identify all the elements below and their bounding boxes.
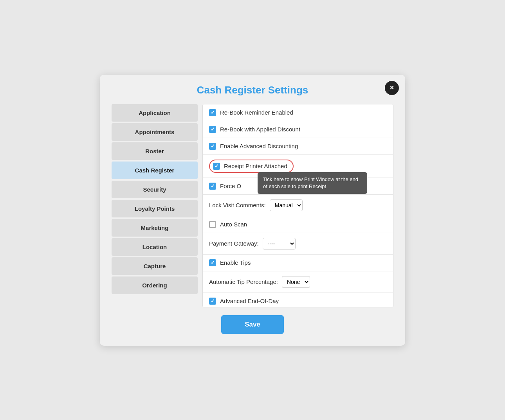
checkmark-icon: ✓: [211, 260, 215, 266]
enable-tips-checkbox[interactable]: ✓: [209, 259, 216, 266]
sidebar-item-loyalty-points[interactable]: Loyalty Points: [112, 200, 198, 217]
rebook-discount-row: ✓ Re-Book with Applied Discount: [203, 121, 393, 138]
lock-visit-container: Lock Visit Comments: Manual Auto None: [209, 199, 303, 211]
page-title: Cash Register Settings: [112, 84, 393, 96]
tooltip-text: Tick here to show Print Window at the en…: [263, 176, 358, 189]
sidebar-item-roster[interactable]: Roster: [112, 142, 198, 160]
save-button[interactable]: Save: [221, 315, 284, 334]
advanced-eod-label: Advanced End-Of-Day: [220, 298, 279, 304]
sidebar: Application Appointments Roster Cash Reg…: [112, 104, 198, 307]
enable-tips-row: ✓ Enable Tips: [203, 255, 393, 271]
auto-tip-select[interactable]: None 10% 15% 20%: [282, 276, 310, 288]
auto-scan-checkbox[interactable]: [209, 221, 216, 228]
sidebar-item-capture[interactable]: Capture: [112, 257, 198, 275]
checkmark-icon: ✓: [211, 109, 215, 115]
auto-scan-row: Auto Scan: [203, 216, 393, 233]
sidebar-item-security[interactable]: Security: [112, 181, 198, 198]
sidebar-item-application[interactable]: Application: [112, 104, 198, 122]
rebook-reminder-checkbox[interactable]: ✓: [209, 109, 216, 116]
payment-gateway-label: Payment Gateway:: [209, 240, 259, 247]
sidebar-item-appointments[interactable]: Appointments: [112, 123, 198, 141]
main-panel: ✓ Re-Book Reminder Enabled ✓ Re-Book wit…: [202, 104, 393, 307]
auto-scan-label: Auto Scan: [220, 221, 247, 228]
sidebar-item-marketing[interactable]: Marketing: [112, 219, 198, 237]
force-open-label: Force O: [220, 183, 241, 189]
modal: × Cash Register Settings Application App…: [100, 75, 405, 346]
auto-tip-label: Automatic Tip Percentage:: [209, 278, 278, 285]
receipt-printer-row: ✓ Receipt Printer Attached Tick here to …: [203, 155, 393, 178]
rebook-discount-checkbox[interactable]: ✓: [209, 126, 216, 133]
sidebar-item-cash-register[interactable]: Cash Register: [112, 162, 198, 179]
rebook-reminder-row: ✓ Re-Book Reminder Enabled: [203, 104, 393, 121]
close-button[interactable]: ×: [385, 81, 399, 95]
receipt-printer-tooltip: Tick here to show Print Window at the en…: [258, 172, 367, 194]
checkmark-icon: ✓: [211, 143, 215, 149]
auto-tip-container: Automatic Tip Percentage: None 10% 15% 2…: [209, 276, 310, 288]
rebook-discount-label: Re-Book with Applied Discount: [220, 126, 300, 133]
payment-gateway-select[interactable]: ---- Stripe Square: [263, 238, 296, 249]
rebook-reminder-label: Re-Book Reminder Enabled: [220, 109, 293, 116]
payment-gateway-container: Payment Gateway: ---- Stripe Square: [209, 238, 296, 249]
advanced-discounting-row: ✓ Enable Advanced Discounting: [203, 138, 393, 155]
advanced-eod-row: ✓ Advanced End-Of-Day: [203, 293, 393, 307]
lock-visit-row: Lock Visit Comments: Manual Auto None: [203, 195, 393, 216]
sidebar-item-ordering[interactable]: Ordering: [112, 276, 198, 294]
checkmark-icon: ✓: [215, 163, 219, 169]
auto-tip-row: Automatic Tip Percentage: None 10% 15% 2…: [203, 271, 393, 293]
checkmark-icon: ✓: [211, 126, 215, 132]
content-area: Application Appointments Roster Cash Reg…: [112, 104, 393, 307]
close-icon: ×: [390, 84, 394, 92]
sidebar-item-location[interactable]: Location: [112, 238, 198, 256]
checkmark-icon: ✓: [211, 183, 215, 189]
advanced-discounting-label: Enable Advanced Discounting: [220, 143, 298, 149]
enable-tips-label: Enable Tips: [220, 259, 251, 266]
lock-visit-select[interactable]: Manual Auto None: [270, 199, 303, 211]
save-area: Save: [112, 315, 393, 334]
advanced-discounting-checkbox[interactable]: ✓: [209, 143, 216, 150]
receipt-printer-highlight: ✓ Receipt Printer Attached: [209, 160, 294, 173]
lock-visit-label: Lock Visit Comments:: [209, 202, 266, 208]
force-open-checkbox[interactable]: ✓: [209, 183, 216, 190]
checkmark-icon: ✓: [211, 298, 215, 304]
receipt-printer-label: Receipt Printer Attached: [224, 163, 287, 169]
payment-gateway-row: Payment Gateway: ---- Stripe Square: [203, 233, 393, 255]
receipt-printer-checkbox[interactable]: ✓: [213, 163, 220, 170]
advanced-eod-checkbox[interactable]: ✓: [209, 298, 216, 305]
